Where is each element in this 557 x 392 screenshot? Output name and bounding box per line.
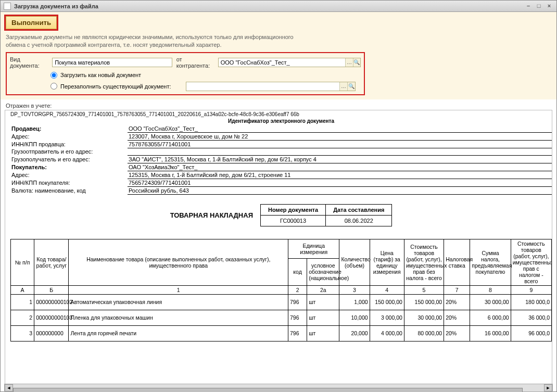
edoc-header: Идентификатор электронного документа [10,118,552,124]
upper-panel: Выполнить Загружаемые документы не являю… [1,12,556,99]
existing-doc-search-icon[interactable]: 🔍 [347,82,355,91]
waybill-num-date-table: Номер документаДата составления ГС000013… [260,204,392,226]
radio-existing-document[interactable] [50,83,57,90]
load-params-frame: Вид документа: от контрагента: … 🔍 Загру… [6,52,365,95]
minimize-button[interactable]: – [524,3,533,10]
document-icon [4,3,11,10]
counterparty-input[interactable] [219,59,346,66]
header-info-table: Продавец:ООО "ГосСнабХоз"_Тест_ Адрес:12… [10,125,552,195]
counterparty-field[interactable]: … 🔍 [218,58,361,67]
table-row: 2000000000103Пленка для упаковочных маши… [11,310,552,325]
maximize-button[interactable]: □ [535,3,543,10]
scroll-left-button[interactable]: ◄ [5,384,13,391]
existing-doc-field[interactable]: … 🔍 [186,82,356,91]
close-button[interactable]: × [545,3,553,10]
counterparty-select-button[interactable]: … [345,58,352,67]
table-row: 3000000000Лента для горячей печати796шт2… [11,325,552,341]
document-identifier: DP_TOVTORGPR_7565724309_771401001_757876… [10,111,552,117]
scroll-right-button[interactable]: ► [544,384,552,391]
waybill-header-row: ТОВАРНАЯ НАКЛАДНАЯ Номер документаДата с… [10,204,552,226]
reflected-label: Отражен в учете: [6,103,551,109]
table-row: 1000000000102Автоматическая упаковочная … [11,294,552,310]
titlebar: Загрузка документа из файла – □ × [1,1,556,12]
doc-type-field[interactable] [52,58,172,67]
existing-doc-input[interactable] [186,83,340,90]
doc-type-input[interactable] [53,59,172,66]
counterparty-search-icon[interactable]: 🔍 [353,58,360,67]
execute-button[interactable]: Выполнить [6,16,57,29]
radio-existing-label: Перезаполнить существующий документ: [60,83,171,90]
info-text: Загружаемые документы не являются юридич… [6,33,551,49]
scroll-thumb[interactable] [13,388,523,392]
radio-new-label: Загрузить как новый документ [60,72,141,78]
goods-table: № п/п Код товара/ работ, услуг Наименова… [10,239,552,342]
existing-doc-select-button[interactable]: … [339,82,347,91]
radio-new-document[interactable] [50,72,57,79]
document-preview-area[interactable]: DP_TOVTORGPR_7565724309_771401001_757876… [5,110,552,386]
from-counterparty-label: от контрагента: [176,56,217,69]
doc-type-label: Вид документа: [10,56,51,69]
waybill-title: ТОВАРНАЯ НАКЛАДНАЯ [170,211,253,219]
window-title: Загрузка документа из файла [14,3,522,9]
horizontal-scrollbar[interactable]: ◄ ► [4,384,553,392]
